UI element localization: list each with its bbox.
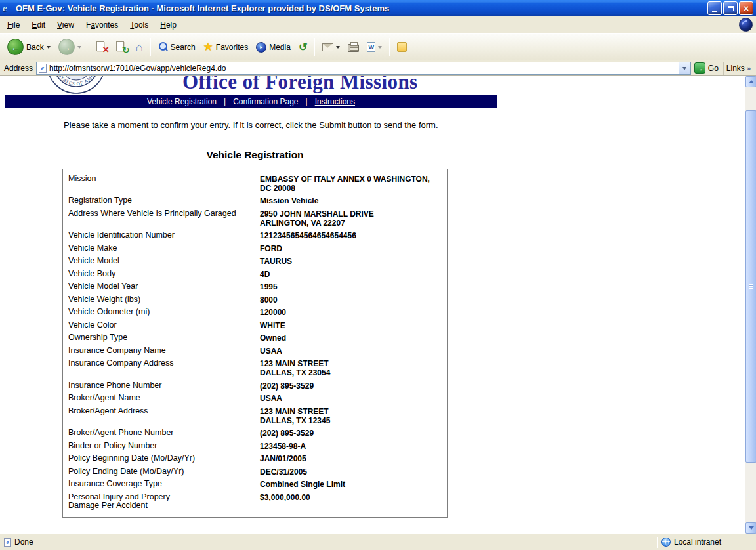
mail-button[interactable] [319,41,343,53]
status-page-icon: e [4,538,11,547]
menu-tools[interactable]: Tools [124,18,154,32]
ie-window-icon: e [3,3,13,14]
print-button[interactable] [345,40,362,54]
back-dropdown-icon [47,46,51,51]
field-label-vehicle-make: Vehicle Make [68,242,260,255]
menu-help[interactable]: Help [154,18,182,32]
scroll-thumb[interactable] [746,110,756,463]
nav-vehicle-registration: Vehicle Registration [147,97,217,106]
refresh-icon: ↻ [116,41,128,53]
home-icon: ⌂ [136,42,143,53]
favorites-label: Favorites [216,43,248,52]
search-icon [158,42,168,52]
edit-with-word-button[interactable]: W [364,40,385,54]
note-icon [397,42,407,52]
restore-icon [728,6,734,11]
field-value-vehicle-identification-number: 1212345654564654654456 [260,230,442,243]
nav-separator: | [306,97,308,106]
close-icon: × [744,4,749,13]
address-bar: Address e → Go Links » [0,60,756,76]
address-combobox: e [36,62,691,75]
menu-view[interactable]: View [51,18,80,32]
site-title: Office of Foreign Missions [182,76,418,94]
menu-file[interactable]: File [1,18,26,32]
intranet-globe-icon [662,538,671,547]
go-button[interactable]: → Go [691,62,723,74]
forward-dropdown-icon [77,46,81,51]
stop-button[interactable]: ✕ [93,39,112,54]
toolbar: ← Back → ✕ ↻ ⌂ Search ★ Favorites ▸ Med [0,33,756,60]
field-value-personal-injury-and-propery: $3,000,000.00 [260,491,442,513]
security-zone-pane: Local intranet [658,534,756,550]
scroll-down-button[interactable] [746,522,756,534]
field-label-insurance-phone-number: Insurance Phone Number [68,379,260,392]
back-label: Back [26,43,44,52]
ds-ofm-throbber-logo [739,18,753,32]
favorites-button[interactable]: ★ Favorites [200,40,252,54]
field-value-insurance-company-address: 123 MAIN STREET DALLAS, TX 23054 [260,358,442,380]
restore-button[interactable] [723,1,738,15]
back-icon: ← [7,39,24,55]
toolbar-separator [89,38,89,56]
status-message-pane: e Done [0,538,642,547]
back-button[interactable]: ← Back [4,37,54,57]
scroll-up-button[interactable] [746,76,756,87]
field-value-vehicle-body: 4D [260,268,442,281]
toolbar-separator [314,38,315,56]
status-text: Done [14,538,33,547]
nav-separator: | [224,97,226,106]
refresh-button[interactable]: ↻ [113,39,131,54]
menu-bar: FileEditViewFavoritesToolsHelp [0,16,756,33]
home-button[interactable]: ⌂ [133,40,146,54]
minimize-button[interactable] [707,1,722,15]
field-value-address-where-vehicle-is-principally-garaged: 2950 JOHN MARSHALL DRIVE ARLINGTON, VA 2… [260,207,442,230]
links-chevron-icon: » [747,64,751,72]
field-value-broker-agent-address: 123 MAIN STREET DALLAS, TX 12345 [260,405,442,427]
vertical-scrollbar[interactable] [745,76,756,534]
field-label-policy-beginning-date-mo-day-yr: Policy Beginning Date (Mo/Day/Yr) [68,453,260,466]
field-label-insurance-company-name: Insurance Company Name [68,345,260,358]
close-button[interactable]: × [739,1,753,15]
field-label-ownership-type: Ownership Type [68,332,260,345]
media-button[interactable]: ▸ Media [253,40,294,54]
field-value-vehicle-odometer-mi: 120000 [260,307,442,320]
forward-button[interactable]: → [55,37,85,57]
stop-icon: ✕ [96,41,108,53]
media-icon: ▸ [256,42,266,53]
messenger-button[interactable] [394,40,410,54]
field-label-personal-injury-and-propery: Personal Injury and Propery Damage Per A… [68,491,260,513]
web-page: STATES OF AMERICA Office of Foreign Miss… [0,76,745,534]
menu-edit[interactable]: Edit [26,18,51,32]
field-value-ownership-type: Owned [260,332,442,345]
field-value-vehicle-model: TAURUS [260,255,442,268]
field-label-vehicle-model-year: Vehicle Model Year [68,281,260,294]
search-button[interactable]: Search [155,40,199,54]
window-title: OFM E-Gov: Vehicle Registration - Micros… [16,3,706,13]
field-label-insurance-company-address: Insurance Company Address [68,358,260,380]
print-icon [348,44,359,52]
history-button[interactable]: ↺ [295,40,310,54]
confirmation-table: MissionEMBASSY OF ITALY ANNEX 0 WASHINGT… [62,169,448,518]
toolbar-separator [389,38,390,56]
field-label-registration-type: Registration Type [68,195,260,208]
links-toolbar[interactable]: Links » [723,62,755,75]
nav-confirmation-page: Confirmation Page [233,97,298,106]
status-empty-pane [642,534,657,550]
mail-icon [322,43,333,51]
field-value-policy-ending-date-mo-day-yr: DEC/31/2005 [260,465,442,478]
field-value-vehicle-make: FORD [260,242,442,255]
media-label: Media [269,43,291,52]
field-value-insurance-coverage-type: Combined Single Limit [260,478,442,492]
word-dropdown-icon [378,46,382,51]
address-dropdown-button[interactable] [679,62,690,74]
address-input[interactable] [49,63,679,74]
browser-viewport: STATES OF AMERICA Office of Foreign Miss… [0,76,756,534]
zone-label: Local intranet [674,538,721,547]
field-label-vehicle-identification-number: Vehicle Identification Number [68,230,260,243]
search-label: Search [171,43,196,52]
nav-instructions[interactable]: Instructions [315,97,355,106]
history-icon: ↺ [299,42,307,52]
page-header: STATES OF AMERICA Office of Foreign Miss… [0,76,745,95]
menu-favorites[interactable]: Favorites [80,18,124,32]
links-label: Links [726,64,745,73]
